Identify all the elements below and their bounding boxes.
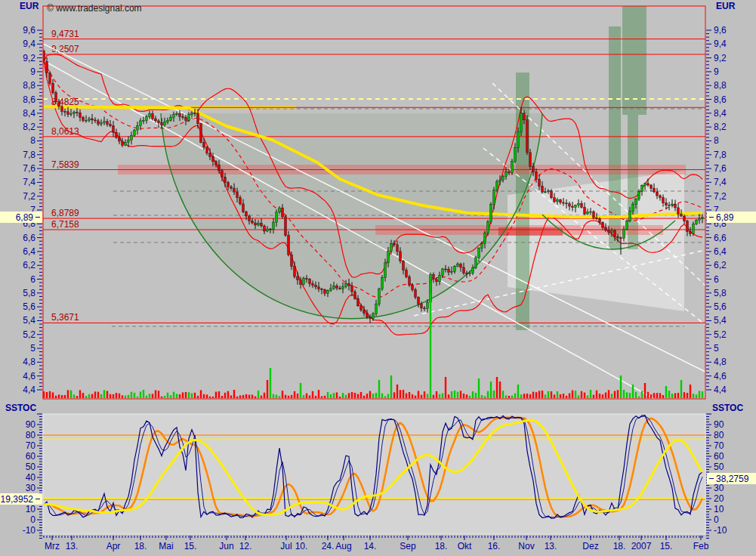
time-axis-label[interactable]: 10.	[295, 541, 308, 551]
candle-body	[587, 212, 589, 214]
time-axis-label[interactable]: 15.	[660, 541, 673, 551]
candle-body	[215, 162, 218, 165]
volume-bar	[76, 396, 78, 398]
candle-body	[397, 245, 399, 252]
volume-bar	[602, 394, 603, 398]
chart-canvas[interactable]: 9,47319,25078,48258,06137,58396,87896,71…	[0, 0, 756, 556]
candle-body	[55, 93, 57, 102]
volume-bar	[227, 391, 229, 398]
volume-bar	[375, 393, 377, 398]
candle-body	[279, 208, 281, 212]
candle-body	[629, 212, 631, 221]
time-axis-label[interactable]: Nov	[518, 541, 534, 551]
volume-bar	[351, 392, 353, 398]
volume-bar	[209, 397, 211, 398]
time-axis-label[interactable]: 18.	[435, 541, 448, 551]
volume-bar	[699, 391, 700, 398]
candle-body	[662, 198, 665, 203]
volume-bar	[560, 394, 561, 398]
time-axis-label[interactable]: 14.	[364, 541, 377, 551]
candle-body	[191, 113, 193, 115]
volume-bar	[134, 393, 135, 398]
candle-body	[680, 215, 683, 217]
volume-bar	[617, 390, 619, 398]
volume-bar	[185, 392, 187, 398]
candle-body	[258, 223, 260, 225]
volume-bar	[517, 385, 519, 398]
last-price-badge-left: 6,89	[0, 212, 42, 223]
time-axis-label[interactable]: Dez	[582, 541, 598, 551]
candle-body	[548, 191, 550, 192]
candle-body	[390, 244, 393, 252]
time-axis-label[interactable]: Apr	[106, 541, 121, 551]
price-tick-label: 8,6	[714, 94, 727, 105]
price-tick-label: 5,6	[23, 301, 35, 312]
time-axis-label[interactable]: Feb	[693, 541, 709, 551]
time-axis-label[interactable]: 2007	[631, 541, 652, 551]
time-axis-label[interactable]: Jun	[219, 541, 233, 551]
candle-body	[460, 264, 462, 267]
candle-body	[324, 289, 326, 293]
volume-bar	[683, 392, 685, 398]
candle-body	[632, 204, 634, 211]
time-axis-label[interactable]: Aug	[335, 541, 351, 551]
volume-bar	[312, 391, 313, 398]
volume-bar	[599, 394, 600, 398]
last-price-value: 6,89	[16, 212, 33, 223]
volume-bar	[61, 395, 63, 398]
time-axis-label[interactable]: 24.	[322, 541, 335, 551]
volume-bar	[294, 391, 295, 398]
candle-body	[608, 230, 610, 232]
support-resistance-zone	[498, 227, 563, 236]
time-axis-label[interactable]: 16.	[488, 541, 501, 551]
candle-body	[303, 279, 305, 285]
volume-bar	[403, 390, 404, 398]
volume-bar	[116, 393, 117, 398]
time-axis-label[interactable]: Mrz	[45, 541, 60, 551]
candle-body	[369, 317, 372, 319]
volume-bar	[650, 394, 652, 398]
candle-body	[517, 132, 520, 148]
candle-body	[478, 249, 480, 258]
volume-bar	[158, 391, 159, 398]
candle-body	[321, 289, 323, 289]
time-axis-label[interactable]: 15.	[184, 541, 197, 551]
volume-bar	[384, 396, 386, 398]
volume-bar	[436, 391, 437, 398]
candle-body	[167, 120, 169, 122]
volume-bar	[197, 396, 199, 398]
time-axis-label[interactable]: 13.	[66, 541, 79, 551]
candle-body	[131, 135, 133, 140]
volume-bar	[70, 391, 72, 398]
candle-body	[61, 107, 63, 112]
time-axis-label[interactable]: Mai	[159, 541, 173, 551]
stoch-tick-label: 10	[714, 504, 724, 514]
volume-bar	[230, 395, 232, 398]
volume-bar	[572, 391, 573, 398]
time-axis-label[interactable]: Jul	[280, 541, 292, 551]
price-tick-label: 6	[30, 274, 35, 285]
candle-body	[687, 221, 689, 232]
time-axis-label[interactable]: 18.	[613, 541, 626, 551]
candle-body	[623, 230, 625, 239]
candle-body	[224, 177, 227, 182]
candle-body	[348, 283, 350, 286]
stoch-panel-title-right: SSTOC	[712, 403, 743, 413]
volume-bar	[611, 394, 613, 398]
candle-body	[683, 216, 686, 221]
time-axis-label[interactable]: Okt	[458, 541, 472, 551]
volume-bar	[415, 396, 416, 398]
volume-bar	[264, 393, 265, 398]
volume-bar	[300, 383, 301, 398]
candle-body	[406, 270, 408, 276]
time-axis-label[interactable]: 12.	[239, 541, 252, 551]
candle-body	[693, 224, 695, 233]
time-axis-label[interactable]: 18.	[134, 541, 147, 551]
candle-body	[146, 117, 148, 121]
time-axis-label[interactable]: 13.	[545, 541, 557, 551]
candle-body	[119, 137, 121, 141]
candle-body	[418, 297, 420, 304]
time-axis-label[interactable]: Sep	[400, 541, 416, 551]
volume-bar	[348, 393, 350, 398]
candle-body	[563, 202, 565, 203]
